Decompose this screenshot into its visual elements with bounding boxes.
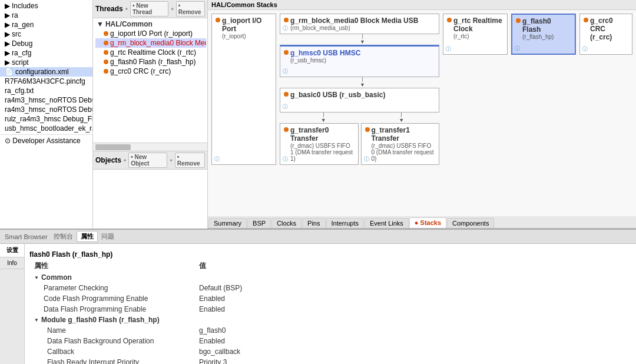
sidebar-item-ra-cfg-txt[interactable]: ra_cfg.txt [0,86,92,95]
data-flash-bg-key: Data Flash Background Operation [29,336,194,346]
smart-browser-tab[interactable]: Smart Browser [2,233,50,241]
props-row-callback[interactable]: Callback bgo_callback [29,346,631,357]
transfer-connectors: ▼ ▼ [286,112,439,123]
objects-header: Objects • • New Object • • Remove [93,151,207,170]
stack-box-basic[interactable]: g_basic0 USB (r_usb_basic) ⓘ [280,88,439,112]
transfer1-info[interactable]: ⓘ [364,155,369,163]
flash-title: g_flash0 Flash [516,17,571,34]
new-object-button[interactable]: • New Object [128,153,167,168]
bottom-section: Smart Browser 控制台 属性 问题 设置 Info flash0 F… [0,230,636,364]
thread-item-rtc[interactable]: g_rtc Realtime Clock (r_rtc) [95,48,206,57]
basic-title: g_basic0 USB (r_usb_basic) [284,91,435,99]
sidebar-item-configuration-xml[interactable]: 📄 configuration.xml [0,67,92,77]
flash-info[interactable]: ⓘ [515,45,520,52]
thread-item-crc[interactable]: g_crc0 CRC (r_crc) [95,67,206,76]
ioport-info[interactable]: ⓘ [214,155,220,163]
tab-pins[interactable]: Pins [302,218,325,228]
project-sidebar: ▶ Includes ▶ ra ▶ ra_gen ▶ src ▶ Debug ▶… [0,0,93,229]
props-row-code-flash[interactable]: Code Flash Programming Enable Enabled [29,293,631,304]
folder-icon: ▶ [5,30,10,38]
props-col-attr: 属性 [29,260,194,272]
stack-box-transfer0[interactable]: g_transfer0 Transfer (r_dmac) USBFS FIFO… [280,123,359,165]
hal-tab-bar: Summary BSP Clocks Pins Interrupts Event… [208,216,636,229]
sidebar-item-includes[interactable]: ▶ Includes [0,1,92,11]
sidebar-item-debug[interactable]: ▶ Debug [0,39,92,48]
sidebar-item-developer-assistance[interactable]: ⊙ Developer Assistance [0,136,92,145]
scrollbar-thumb[interactable] [95,144,131,150]
props-row-flash-ready[interactable]: Flash Ready Interrupt Priority Priority … [29,357,631,364]
sidebar-item-ra4m3-hmsc-1[interactable]: ra4m3_hmsc_noRTOS Debug f [0,95,92,105]
remove-thread-button[interactable]: • Remove [176,1,205,16]
tab-summary[interactable]: Summary [208,218,247,228]
block-media-title: g_rm_block_media0 Block Media USB [284,16,435,25]
props-row-param-checking[interactable]: Parameter Checking Default (BSP) [29,283,631,293]
thread-item-flash[interactable]: g_flash0 Flash (r_flash_hp) [95,57,206,67]
code-flash-val: Enabled [194,293,631,304]
tab-clocks[interactable]: Clocks [271,218,302,228]
rtc-sub: (r_rtc) [453,33,504,39]
remove-object-button[interactable]: • Remove [175,153,205,168]
objects-content [93,170,207,229]
sidebar-item-src[interactable]: ▶ src [0,29,92,39]
name-key: Name [29,325,194,336]
param-checking-val: Default (BSP) [194,283,631,293]
crc-dot [104,69,108,74]
tab-event-links[interactable]: Event Links [365,218,409,228]
hmsc-info[interactable]: ⓘ [283,68,288,75]
properties-tab[interactable]: 属性 [77,231,98,242]
name-val: g_flash0 [194,325,631,336]
thread-item-block-media[interactable]: g_rm_block_media0 Block Media US [95,38,206,48]
rtc-info[interactable]: ⓘ [446,45,451,53]
props-header-row: 属性 值 [29,260,631,272]
block-media-dot [104,41,108,45]
sidebar-item-script[interactable]: ▶ script [0,58,92,67]
module-section-header: ▼ Module g_flash0 Flash (r_flash_hp) [29,315,631,325]
props-row-name[interactable]: Name g_flash0 [29,325,631,336]
sidebar-separator [0,134,92,135]
basic-info[interactable]: ⓘ [283,103,288,111]
tab-interrupts[interactable]: Interrupts [326,218,364,228]
props-row-data-flash-bg[interactable]: Data Flash Background Operation Enabled [29,336,631,346]
hal-stacks-content: g_ioport I/O Port (r_ioport) ⓘ g_rm_bloc… [208,10,636,216]
ioport-sub: (r_ioport) [222,33,272,39]
threads-scrollbar[interactable] [93,143,207,151]
sidebar-item-ra-cfg[interactable]: ▶ ra_cfg [0,48,92,58]
code-flash-key: Code Flash Programming Enable [29,293,194,304]
new-thread-button[interactable]: • New Thread [130,1,169,16]
transfer1-sub: (r_dmac) USBFS FIFO 0 (DMA transfer requ… [372,143,436,162]
sidebar-item-ra-gen[interactable]: ▶ ra_gen [0,20,92,29]
stack-box-transfer1[interactable]: g_transfer1 Transfer (r_dmac) USBFS FIFO… [361,123,440,165]
stack-box-block-media[interactable]: g_rm_block_media0 Block Media USB (rm_bl… [280,14,439,34]
crc-info[interactable]: ⓘ [582,45,588,53]
ioport-dot [104,31,108,36]
hal-common-group: ▼ HAL/Common g_ioport I/O Port (r_ioport… [95,19,206,76]
stack-box-rtc[interactable]: g_rtc Realtime Clock (r_rtc) ⓘ [443,14,508,55]
sidebar-item-pincfg[interactable]: R7FA6M3AH3CFC.pincfg [0,77,92,86]
sidebar-item-ra4m3-hmsc-2[interactable]: ra4m3_hmsc_noRTOS Debug f [0,105,92,114]
block-media-info[interactable]: ⓘ [283,25,288,32]
block-media-label: g_rm_block_media0 Block Media US [110,39,206,47]
settings-tab[interactable]: 设置 [0,244,24,257]
objects-title: Objects [95,156,121,164]
problems-tab[interactable]: 问题 [99,231,117,241]
stack-box-ioport[interactable]: g_ioport I/O Port (r_ioport) ⓘ [211,14,276,165]
sidebar-item-usb-hmsc[interactable]: usb_hmsc_bootloader_ek_ra6m [0,124,92,133]
props-row-data-flash[interactable]: Data Flash Programming Enable Enabled [29,304,631,315]
info-tab[interactable]: Info [0,257,24,269]
crc-title: g_crc0 CRC (r_crc) [584,16,628,41]
tab-bsp[interactable]: BSP [247,218,271,228]
module-expand-icon: ▼ [34,317,39,323]
sidebar-item-ra[interactable]: ▶ ra [0,11,92,20]
flash-box-dot [516,18,521,23]
thread-item-ioport[interactable]: g_ioport I/O Port (r_ioport) [95,29,206,38]
stack-box-flash[interactable]: g_flash0 Flash (r_flash_hp) ⓘ [511,14,576,55]
tab-components[interactable]: Components [447,218,494,228]
stack-box-crc[interactable]: g_crc0 CRC (r_crc) ⓘ [579,14,632,55]
hal-common-label: HAL/Common [105,20,153,28]
stack-box-hmsc[interactable]: g_hmsc0 USB HMSC (r_usb_hmsc) ⓘ [280,45,439,77]
console-tab[interactable]: 控制台 [51,231,75,241]
tab-stacks[interactable]: ● Stacks [409,217,446,228]
hal-common-header[interactable]: ▼ HAL/Common [95,19,206,29]
sidebar-item-rulz[interactable]: rulz_ra4m3_hmsc Debug_Flat.j [0,114,92,124]
transfer0-info[interactable]: ⓘ [283,155,288,163]
